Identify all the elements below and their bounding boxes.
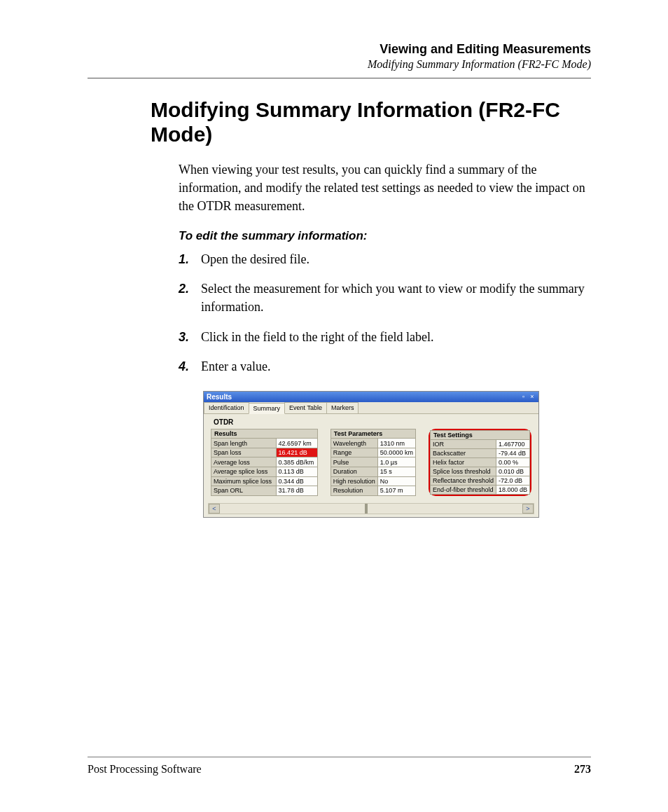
field-value[interactable]: 16.421 dB <box>276 448 317 457</box>
table-row: High resolutionNo <box>330 476 415 486</box>
field-label: Maximum splice loss <box>211 476 277 486</box>
field-label: Span length <box>211 439 277 448</box>
field-label: Span ORL <box>211 486 277 496</box>
table-row: Average loss0.385 dB/km <box>211 457 318 467</box>
table-row: Resolution5.107 m <box>330 486 415 496</box>
close-icon[interactable]: × <box>529 393 536 400</box>
table-row: Span loss16.421 dB <box>211 448 318 457</box>
field-label: Reflectance threshold <box>430 476 496 485</box>
field-value[interactable]: 50.0000 km <box>377 448 415 457</box>
field-label: Range <box>330 448 377 457</box>
table-row: Span length42.6597 km <box>211 439 318 448</box>
field-label: Average loss <box>211 457 277 467</box>
table-row: Average splice loss0.113 dB <box>211 467 318 477</box>
field-value[interactable]: 1310 nm <box>377 439 415 448</box>
panel-title: Results <box>207 393 520 401</box>
test-settings-highlight: Test Settings IOR1.467700 Backscatter-79… <box>429 429 531 496</box>
step-item: Enter a value. <box>179 357 591 376</box>
table-row: Helix factor0.00 % <box>430 457 529 467</box>
scroll-left-arrow[interactable]: < <box>209 504 220 514</box>
field-value[interactable]: 15 s <box>377 467 415 477</box>
test-parameters-table: Test Parameters Wavelength1310 nm Range5… <box>330 429 416 496</box>
field-value[interactable]: 18.000 dB <box>496 485 529 494</box>
footer-product: Post Processing Software <box>88 763 202 776</box>
table-row: End-of-fiber threshold18.000 dB <box>430 485 529 494</box>
results-header: Results <box>211 429 318 439</box>
tab-markers[interactable]: Markers <box>326 402 359 413</box>
field-value[interactable]: 1.467700 <box>496 439 529 448</box>
field-value[interactable]: No <box>377 476 415 486</box>
scroll-thumb[interactable] <box>365 504 368 514</box>
procedure-heading: To edit the summary information: <box>179 229 591 243</box>
window-controls: ▫ × <box>520 393 536 400</box>
field-value[interactable]: 0.010 dB <box>496 467 529 476</box>
table-row: Maximum splice loss0.344 dB <box>211 476 318 486</box>
table-row: Wavelength1310 nm <box>330 439 415 448</box>
table-row: Backscatter-79.44 dB <box>430 448 529 457</box>
field-value[interactable]: 0.00 % <box>496 457 529 467</box>
table-row: Duration15 s <box>330 467 415 477</box>
page-heading: Modifying Summary Information (FR2-FC Mo… <box>151 98 591 146</box>
field-label: Span loss <box>211 448 277 457</box>
field-label: Splice loss threshold <box>430 467 496 476</box>
intro-paragraph: When viewing your test results, you can … <box>179 160 591 215</box>
chapter-title: Viewing and Editing Measurements <box>88 42 591 57</box>
tabstrip: Identification Summary Event Table Marke… <box>204 402 538 414</box>
test-settings-table: Test Settings IOR1.467700 Backscatter-79… <box>430 430 530 495</box>
field-value[interactable]: 0.344 dB <box>276 476 317 486</box>
field-value[interactable]: -79.44 dB <box>496 448 529 457</box>
table-row: Pulse1.0 µs <box>330 457 415 467</box>
table-row: Splice loss threshold0.010 dB <box>430 467 529 476</box>
step-item: Select the measurement for which you wan… <box>179 280 591 316</box>
field-value[interactable]: -72.0 dB <box>496 476 529 485</box>
field-label: IOR <box>430 439 496 448</box>
scroll-right-arrow[interactable]: > <box>522 504 534 514</box>
table-row: IOR1.467700 <box>430 439 529 448</box>
field-value[interactable]: 0.385 dB/km <box>276 457 317 467</box>
field-value[interactable]: 0.113 dB <box>276 467 317 477</box>
procedure-steps: Open the desired file. Select the measur… <box>179 250 591 375</box>
table-row: Range50.0000 km <box>330 448 415 457</box>
results-table: Results Span length42.6597 km Span loss1… <box>211 429 318 496</box>
table-row: Reflectance threshold-72.0 dB <box>430 476 529 485</box>
section-breadcrumb: Modifying Summary Information (FR2-FC Mo… <box>88 58 591 71</box>
results-panel: Results ▫ × Identification Summary Event… <box>203 391 539 518</box>
document-page: Viewing and Editing Measurements Modifyi… <box>0 0 668 812</box>
field-label: Resolution <box>330 486 377 496</box>
tab-event-table[interactable]: Event Table <box>284 402 327 413</box>
step-item: Click in the field to the right of the f… <box>179 328 591 346</box>
tab-identification[interactable]: Identification <box>204 402 249 413</box>
running-header: Viewing and Editing Measurements Modifyi… <box>88 42 591 71</box>
field-label: Backscatter <box>430 448 496 457</box>
field-label: End-of-fiber threshold <box>430 485 496 494</box>
table-row: Span ORL31.78 dB <box>211 486 318 496</box>
field-label: Duration <box>330 467 377 477</box>
field-value[interactable]: 5.107 m <box>377 486 415 496</box>
page-number: 273 <box>574 763 591 776</box>
step-item: Open the desired file. <box>179 250 591 268</box>
field-value[interactable]: 1.0 µs <box>377 457 415 467</box>
field-label: Average splice loss <box>211 467 277 477</box>
field-label: Helix factor <box>430 457 496 467</box>
header-rule <box>88 78 591 78</box>
field-label: Pulse <box>330 457 377 467</box>
summary-tables-row: Results Span length42.6597 km Span loss1… <box>204 429 538 499</box>
field-value[interactable]: 42.6597 km <box>276 439 317 448</box>
test-parameters-header: Test Parameters <box>330 429 415 439</box>
panel-titlebar: Results ▫ × <box>204 392 538 402</box>
page-footer: Post Processing Software 273 <box>88 757 591 776</box>
field-value[interactable]: 31.78 dB <box>276 486 317 496</box>
otdr-section-label: OTDR <box>204 414 538 429</box>
field-label: High resolution <box>330 476 377 486</box>
field-label: Wavelength <box>330 439 377 448</box>
horizontal-scrollbar[interactable]: < > <box>208 503 534 514</box>
pin-icon[interactable]: ▫ <box>520 393 527 400</box>
tab-summary[interactable]: Summary <box>249 403 286 414</box>
test-settings-header: Test Settings <box>430 430 529 439</box>
